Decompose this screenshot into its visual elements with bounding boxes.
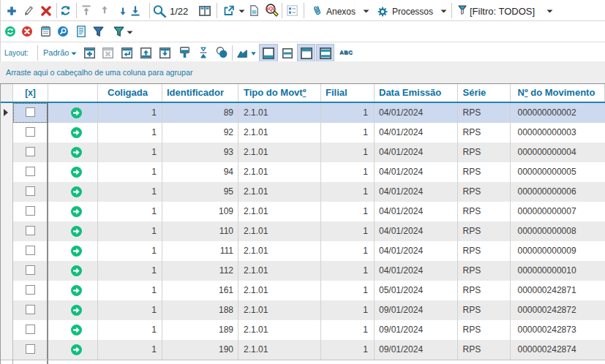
svg-text:SQL: SQL <box>266 6 275 12</box>
